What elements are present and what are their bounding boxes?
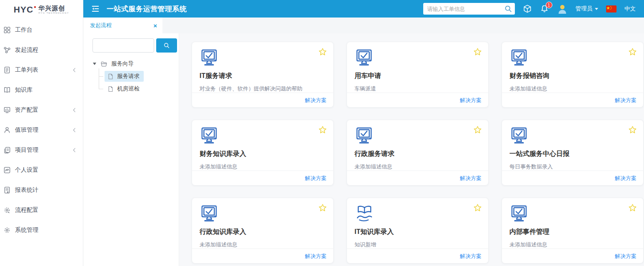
china-flag-icon[interactable] [606,5,617,13]
star-icon[interactable] [473,48,482,56]
top-header: 一站式服务运营管理系统 1 管理员 中文 [83,0,644,18]
card-finance-reimbursement[interactable]: 财务报销咨询 未添加描述信息 解决方案 [502,42,644,108]
tree-node-machine-room-inspection[interactable]: 机房巡检 [105,83,144,94]
solution-link[interactable]: 解决方案 [305,175,327,181]
tree-node-label: 服务请求 [117,73,140,80]
folder-icon [100,60,107,68]
book-hand-icon [354,204,374,224]
star-icon[interactable] [473,125,482,134]
monitor-check-icon [354,126,374,146]
card-description: 未添加描述信息 [200,163,326,171]
sidebar-item-start-process[interactable]: 发起流程 [0,40,83,60]
sidebar-item-duty-management[interactable]: 值班管理 [0,120,83,140]
solution-link[interactable]: 解决方案 [305,253,327,259]
card-admin-service-request[interactable]: 行政服务请求 未添加描述信息 解决方案 [347,120,489,186]
tree-search-button[interactable] [156,38,177,53]
sidebar-item-label: 值班管理 [15,126,72,134]
star-icon[interactable] [628,203,637,212]
search-icon[interactable] [504,5,512,13]
report-icon [3,186,11,194]
tree-search [83,38,179,53]
gear-flow-icon [3,206,11,214]
card-description: 车辆派遣 [354,85,481,93]
tree-search-input[interactable] [92,38,154,53]
close-icon[interactable]: × [153,23,157,29]
star-icon[interactable] [318,48,327,56]
user-menu[interactable]: 管理员 [576,5,599,13]
sidebar-item-label: 工单列表 [15,66,72,74]
card-it-service-request[interactable]: IT服务请求 对业务（硬件、软件）提供解决问题的帮助 解决方案 [192,42,334,108]
sidebar-item-process-config[interactable]: 流程配置 [0,200,83,220]
card-finance-knowledge-entry[interactable]: 财务知识库录入 未添加描述信息 解决方案 [192,120,334,186]
star-icon[interactable] [318,203,327,212]
file-icon [107,73,114,80]
sidebar-item-label: 资产配置 [15,106,72,114]
star-icon[interactable] [473,203,482,212]
app-title: 一站式服务运营管理系统 [107,4,187,14]
solution-link[interactable]: 解决方案 [460,253,482,259]
card-title: 行政服务请求 [354,150,481,158]
menu-fold-icon[interactable] [91,4,100,13]
gear-icon [3,226,11,234]
user-avatar[interactable] [557,3,568,14]
chevron-left-icon [72,107,76,113]
sidebar-item-personal-settings[interactable]: 个人设置 [0,160,83,180]
card-footer: 解决方案 [347,171,488,186]
monitor-check-icon [354,48,374,68]
card-internal-incident-management[interactable]: 内部事件管理 未添加描述信息 解决方案 [502,198,644,263]
solution-link[interactable]: 解决方案 [615,175,637,181]
card-service-center-daily-report[interactable]: 一站式服务中心日报 每日事务数据录入 解决方案 [502,120,644,186]
solution-link[interactable]: 解决方案 [460,97,482,103]
card-admin-knowledge-entry[interactable]: 行政知识库录入 未添加描述信息 解决方案 [192,198,334,263]
solution-link[interactable]: 解决方案 [305,97,327,103]
logo-accent-dot [34,6,36,8]
card-description: 知识新增 [354,241,481,248]
cube-icon[interactable] [523,4,532,13]
header-actions: 1 管理员 中文 [423,3,636,15]
tree-node-service-wizard[interactable]: 服务向导 [83,60,179,68]
card-vehicle-application[interactable]: 用车申请 车辆派遣 解决方案 [347,42,489,108]
card-footer: 解决方案 [192,93,333,108]
document-icon [3,66,11,74]
sidebar-item-asset-config[interactable]: 资产配置 [0,100,83,120]
book-icon [3,86,11,94]
sidebar-item-label: 知识库 [15,86,76,94]
card-title: 用车申请 [354,72,481,80]
star-icon[interactable] [318,125,327,134]
user-name: 管理员 [576,5,593,13]
language-switch[interactable]: 中文 [624,5,636,13]
chevron-left-icon [72,127,76,133]
tree-node-service-request[interactable]: 服务请求 [105,71,144,82]
sidebar-item-project-management[interactable]: 项目管理 [0,140,83,160]
notifications[interactable]: 1 [540,4,549,13]
ticket-search-input[interactable] [423,3,515,15]
sidebar-item-knowledge-base[interactable]: 知识库 [0,80,83,100]
sidebar-item-system-management[interactable]: 系统管理 [0,220,83,240]
card-title: 财务报销咨询 [509,72,636,80]
notification-badge: 1 [546,2,552,8]
star-icon[interactable] [628,125,637,134]
card-footer: 解决方案 [347,248,488,264]
card-footer: 解决方案 [502,93,643,108]
solution-link[interactable]: 解决方案 [615,97,637,103]
star-icon[interactable] [628,48,637,56]
monitor-check-icon [509,48,529,68]
logo-abbr: HYC [14,5,33,15]
card-description: 未添加描述信息 [200,241,326,248]
card-footer: 解决方案 [192,248,333,264]
tab-start-process[interactable]: 发起流程 × [83,18,162,33]
solution-link[interactable]: 解决方案 [460,175,482,181]
sidebar-item-report-statistics[interactable]: 报表统计 [0,180,83,200]
file-icon [107,86,114,92]
sidebar-item-label: 项目管理 [15,146,72,154]
sidebar-item-label: 工作台 [15,26,76,34]
monitor-check-icon [200,126,220,146]
caret-down-icon[interactable] [92,62,97,66]
sidebar-item-workbench[interactable]: 工作台 [0,20,83,40]
ticket-search [423,3,515,15]
solution-link[interactable]: 解决方案 [615,253,637,259]
card-it-knowledge-entry[interactable]: IT知识库录入 知识新增 解决方案 [347,198,489,263]
share-network-icon [3,46,11,54]
sidebar-item-ticket-list[interactable]: 工单列表 [0,60,83,80]
logo-subtitle: HYC TECHNOLOGY [38,12,69,15]
